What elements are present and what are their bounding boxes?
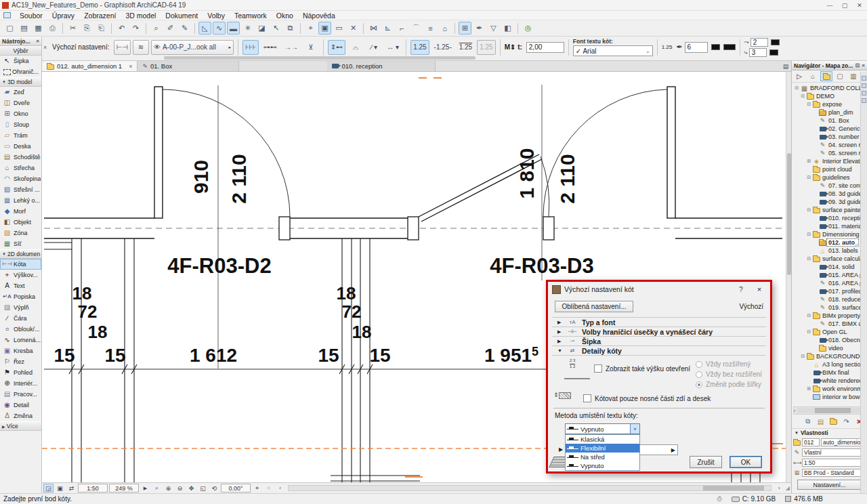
infobar-scrollbar[interactable]	[164, 56, 475, 60]
toolbar-button[interactable]: ⌂	[438, 22, 451, 35]
tool-item[interactable]: ▰ Zeď	[0, 87, 41, 98]
tab-close-icon[interactable]: ×	[129, 63, 132, 70]
tree-caret-icon[interactable]	[800, 93, 806, 99]
tool-item[interactable]: ▤ Pracov...	[0, 389, 41, 400]
section-header[interactable]: ⇀ Šipka	[552, 337, 766, 346]
toolbar-button[interactable]: ≡	[424, 22, 437, 35]
view-name-field[interactable]: auto_dimension 1	[821, 438, 866, 446]
tree-item[interactable]: 018. reduce	[792, 295, 867, 303]
tree-item[interactable]: guidelines	[792, 173, 867, 182]
toolbar-button[interactable]: ✒	[473, 22, 486, 35]
publisher-icon[interactable]: ▥	[847, 71, 860, 81]
tree-item[interactable]: surface painter	[792, 206, 867, 214]
arrow-dimension-icon[interactable]: →→	[282, 40, 301, 55]
dimension-default-icon[interactable]: ⊢⊣	[114, 40, 131, 55]
tree-item[interactable]: A3 long section	[792, 360, 867, 369]
placement-method-dropdown[interactable]: Vypnuto ˅	[565, 423, 640, 434]
marker-pen-field[interactable]: 2	[750, 38, 768, 47]
tree-item[interactable]: 07. site conte	[792, 182, 867, 190]
tool-item[interactable]: ⚑ Pohled	[0, 367, 41, 378]
tree-item[interactable]: 012. auto_	[792, 238, 867, 247]
tree-item[interactable]: 017. profiled	[792, 287, 867, 295]
tab-overview-icon[interactable]: ▤	[780, 61, 791, 71]
radio-option[interactable]: Změnit podle šířky	[696, 379, 762, 390]
linear-dimension-icon[interactable]: ⊦⊦⊦	[242, 40, 259, 55]
dropdown-option[interactable]: Klasická	[566, 435, 639, 444]
tree-caret-icon[interactable]	[806, 329, 812, 335]
section-header[interactable]: ⇄ Detaily kóty	[552, 346, 766, 356]
navigator-header[interactable]: Navigátor - Mapa zo... ⊡ ×	[792, 61, 867, 70]
section-header[interactable]: ⊣⊢ Volby hraničicí úsečky a vynášecí čár…	[552, 327, 766, 337]
toolbar-button[interactable]: ◪	[255, 22, 268, 35]
text-below-line-button[interactable]: 1.25	[457, 40, 475, 55]
tree-item[interactable]: white rendered	[792, 377, 867, 385]
preview-icon[interactable]: ▣	[55, 484, 65, 492]
tree-item[interactable]: BIMx final	[792, 369, 867, 377]
tree-caret-icon[interactable]	[806, 207, 812, 213]
dialog-title-bar[interactable]: Výchozí nastavení kót ? ×	[548, 282, 770, 297]
cancel-button[interactable]: Zrušit	[690, 456, 722, 468]
tool-item[interactable]: ◆ Morf	[0, 206, 41, 217]
toolbar-button[interactable]: ▣	[318, 22, 331, 35]
tree-item[interactable]: 03. number	[792, 133, 867, 141]
canvas-vscrollbar[interactable]	[786, 72, 791, 482]
project-chooser-icon[interactable]: ▷	[793, 71, 805, 81]
tree-item[interactable]: 02. Generic	[792, 125, 867, 133]
toolbar-button[interactable]: ⎙	[46, 22, 59, 35]
scroll-left-icon[interactable]: ‹	[794, 408, 796, 414]
view-id-field[interactable]: 012	[802, 438, 820, 446]
tree-item[interactable]: 01. Box	[792, 117, 867, 125]
toolbar-button[interactable]: ⊞	[459, 22, 471, 35]
menu-item[interactable]: Soubor	[15, 12, 47, 20]
tree-caret-icon[interactable]	[806, 386, 812, 392]
tree-caret-icon[interactable]	[806, 159, 812, 164]
radio-option[interactable]: Vždy rozšířený	[696, 359, 762, 369]
toolbar-button[interactable]: ✕	[347, 22, 360, 35]
text-inside-line-button[interactable]: -1.25-	[431, 40, 454, 55]
pen-set-field[interactable]: Vlastní	[802, 448, 866, 457]
tool-item[interactable]: ▤ Schodiště	[0, 152, 41, 163]
marker-type-icon[interactable]: ∕ ▾	[366, 40, 382, 55]
layer-selector-button[interactable]: 👁 A-00-P_J...ook all ▸	[151, 40, 234, 55]
tree-item[interactable]: 08. 3d guidel	[792, 190, 867, 198]
fit-in-window-icon[interactable]: ◱	[198, 484, 208, 492]
tool-item[interactable]: ↵A Popiska	[0, 291, 41, 302]
tool-item[interactable]: ⊞ Okno	[0, 108, 41, 119]
dialog-close-icon[interactable]: ×	[753, 285, 766, 293]
tab-reception[interactable]: 010. reception	[327, 61, 436, 71]
zoom-back-icon[interactable]: ⌖	[252, 484, 262, 492]
toolbar-button[interactable]: ⌖	[304, 22, 317, 35]
tool-item[interactable]: Ohranič...	[0, 66, 41, 77]
toolbox-close-icon[interactable]: ×	[36, 38, 39, 44]
group-2d-document[interactable]: ▼2D dokumen	[0, 249, 41, 259]
save-view-icon[interactable]: ↷	[841, 417, 852, 427]
section-header[interactable]: ᴛA Typ a font	[552, 318, 766, 327]
tool-item[interactable]: ∿ Lomená...	[0, 335, 41, 345]
tree-item[interactable]: point cloud	[792, 165, 867, 173]
tab-auto-dimension[interactable]: 012. auto_dimension 1 ×	[42, 61, 138, 71]
settings-button[interactable]: Nastavení...	[797, 480, 862, 490]
radio-option[interactable]: Vždy bez rozšíření	[696, 369, 762, 379]
docked-palette-icon[interactable]	[862, 83, 866, 88]
new-viewpoint-icon[interactable]: ▤	[815, 417, 826, 427]
tree-caret-icon[interactable]	[806, 232, 812, 237]
layer-stack-icon[interactable]: ≋	[133, 40, 149, 55]
toolbar-button[interactable]: ⋈	[367, 22, 380, 35]
menu-item[interactable]: Teamwork	[230, 12, 272, 20]
arrowhead-icon[interactable]: ↔ ▾	[384, 40, 402, 55]
marker-pen-swatch[interactable]	[771, 39, 780, 45]
tool-item[interactable]: ∕ Čára	[0, 313, 41, 324]
menu-item[interactable]: Nápověda	[298, 12, 340, 20]
static-dimension-icon[interactable]: ⊻	[303, 40, 319, 55]
chevron-down-icon[interactable]: ˅	[630, 424, 639, 434]
toolbar-button[interactable]: ∿	[213, 22, 226, 35]
font-combo[interactable]: ✓ Arial ⌄	[573, 45, 653, 56]
tool-item[interactable]: ◫ Dveře	[0, 98, 41, 108]
tool-item[interactable]: ▧ Střešní ...	[0, 184, 41, 195]
toolbar-button[interactable]: ⧉	[284, 22, 297, 35]
core-parts-only-checkbox[interactable]	[583, 394, 591, 402]
clone-folder-icon[interactable]: ⧉	[802, 417, 813, 427]
tool-item[interactable]: ▣ Kresba	[0, 345, 41, 356]
toolbar-button[interactable]	[146, 23, 146, 34]
tree-caret-icon[interactable]	[794, 85, 800, 91]
